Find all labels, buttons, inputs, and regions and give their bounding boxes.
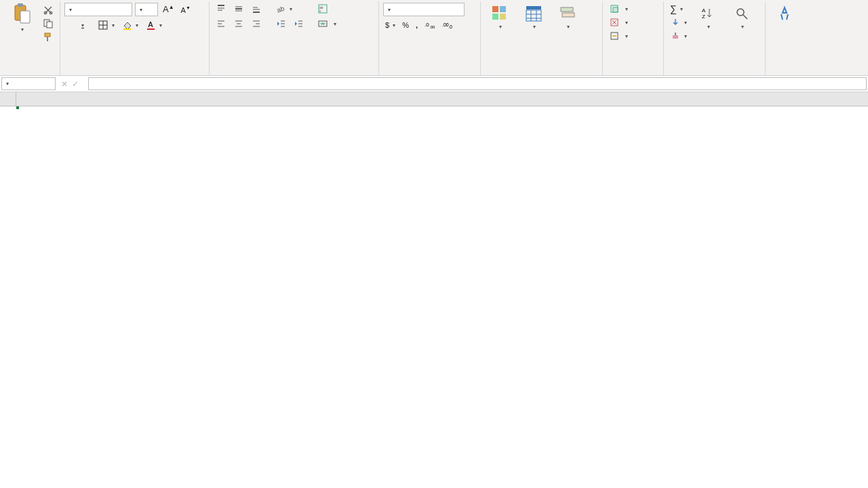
fill-color-button[interactable] <box>119 19 140 31</box>
alignment-group-label <box>214 72 374 75</box>
decrease-indent-button[interactable] <box>273 18 288 30</box>
align-middle-button[interactable] <box>231 3 246 15</box>
wrap-text-button[interactable]: abc <box>315 3 338 15</box>
align-bottom-button[interactable] <box>249 3 264 15</box>
merge-center-icon <box>317 18 328 29</box>
paste-dropdown-icon <box>20 24 24 33</box>
svg-rect-66 <box>612 35 616 37</box>
svg-rect-61 <box>613 7 618 12</box>
paste-button[interactable] <box>7 3 37 35</box>
font-color-icon: A <box>145 20 156 30</box>
formula-input[interactable] <box>88 77 867 90</box>
font-name-select[interactable] <box>64 3 132 16</box>
increase-decimal-icon: .0.00 <box>425 20 435 30</box>
percent-button[interactable]: % <box>400 20 411 30</box>
align-left-button[interactable] <box>214 18 229 30</box>
conditional-formatting-button[interactable] <box>485 3 515 32</box>
copy-icon <box>43 18 54 29</box>
number-format-select[interactable] <box>383 3 465 16</box>
svg-rect-7 <box>45 33 50 37</box>
autosum-button[interactable]: ∑ <box>668 3 689 15</box>
select-all-corner[interactable] <box>0 92 16 106</box>
currency-button[interactable]: $ <box>383 20 397 30</box>
align-top-icon <box>216 3 226 14</box>
ribbon-group-number: $ % , .0.00 .00.0 <box>379 1 481 75</box>
ribbon-group-cells <box>603 1 664 75</box>
percent-icon: % <box>402 21 409 29</box>
align-left-icon <box>216 18 226 29</box>
decrease-decimal-button[interactable]: .00.0 <box>440 19 455 31</box>
align-top-button[interactable] <box>214 3 229 15</box>
svg-rect-48 <box>492 6 498 12</box>
align-right-button[interactable] <box>249 18 264 30</box>
formula-bar: ✕ ✓ <box>0 76 868 92</box>
border-button[interactable] <box>96 19 117 31</box>
format-as-table-button[interactable] <box>519 3 549 32</box>
svg-rect-12 <box>123 28 131 30</box>
insert-button[interactable] <box>607 3 630 15</box>
decrease-font-icon: A▼ <box>181 5 191 14</box>
enter-formula-button[interactable]: ✓ <box>72 79 79 89</box>
font-group-label <box>64 72 205 75</box>
currency-icon: $ <box>385 21 389 29</box>
format-painter-icon <box>43 32 54 43</box>
number-group-label <box>383 72 476 75</box>
wrap-text-icon: abc <box>317 3 328 14</box>
sort-filter-icon: AZ <box>698 4 717 23</box>
comma-button[interactable]: , <box>414 20 420 30</box>
delete-icon <box>609 17 620 28</box>
find-select-icon <box>732 4 751 23</box>
copy-button[interactable] <box>41 18 56 30</box>
svg-rect-1 <box>18 3 23 7</box>
ribbon-group-alignment: ab abc <box>210 1 379 75</box>
orientation-button[interactable]: ab <box>273 3 294 15</box>
clear-button[interactable] <box>668 30 689 42</box>
autosum-icon: ∑ <box>670 3 677 14</box>
column-headers <box>0 92 868 106</box>
svg-rect-68 <box>675 33 676 35</box>
ideas-group-label <box>770 72 800 75</box>
name-box[interactable] <box>1 77 56 90</box>
svg-rect-2 <box>20 11 30 23</box>
underline-button[interactable] <box>78 22 86 29</box>
align-right-icon <box>251 18 262 29</box>
fill-color-icon <box>121 20 132 30</box>
svg-text:.0: .0 <box>448 24 452 29</box>
align-center-button[interactable] <box>231 18 246 30</box>
svg-rect-49 <box>500 6 506 12</box>
increase-decimal-button[interactable]: .0.00 <box>422 19 437 31</box>
font-size-select[interactable] <box>135 3 158 16</box>
format-as-table-icon <box>524 4 543 23</box>
svg-rect-58 <box>561 7 573 12</box>
svg-rect-50 <box>492 14 498 20</box>
sort-filter-button[interactable]: AZ <box>693 3 723 32</box>
delete-button[interactable] <box>607 16 630 28</box>
format-button[interactable] <box>607 30 630 42</box>
fill-button[interactable] <box>668 16 689 28</box>
svg-rect-6 <box>47 22 52 28</box>
ideas-button[interactable] <box>770 3 800 26</box>
decrease-font-button[interactable]: A▼ <box>179 5 193 15</box>
clear-icon <box>670 30 681 41</box>
svg-rect-8 <box>47 37 48 41</box>
cell-styles-button[interactable] <box>553 3 583 32</box>
fill-icon <box>670 17 681 28</box>
svg-rect-14 <box>147 28 155 30</box>
format-painter-button[interactable] <box>41 31 56 43</box>
increase-font-button[interactable]: A▲ <box>161 3 176 15</box>
find-select-button[interactable] <box>727 3 757 32</box>
svg-point-71 <box>737 9 744 16</box>
italic-button[interactable] <box>71 24 75 26</box>
font-color-button[interactable]: A <box>143 19 164 31</box>
orientation-icon: ab <box>275 3 286 14</box>
cut-button[interactable] <box>41 4 56 16</box>
insert-icon <box>609 3 620 14</box>
cut-icon <box>43 5 54 16</box>
ribbon-group-font: A▲ A▼ A <box>60 1 210 75</box>
increase-indent-button[interactable] <box>291 18 306 30</box>
bold-button[interactable] <box>64 24 68 26</box>
spreadsheet <box>0 92 868 106</box>
merge-center-button[interactable] <box>315 18 338 30</box>
cancel-formula-button[interactable]: ✕ <box>61 79 68 89</box>
editing-group-label <box>668 72 761 75</box>
